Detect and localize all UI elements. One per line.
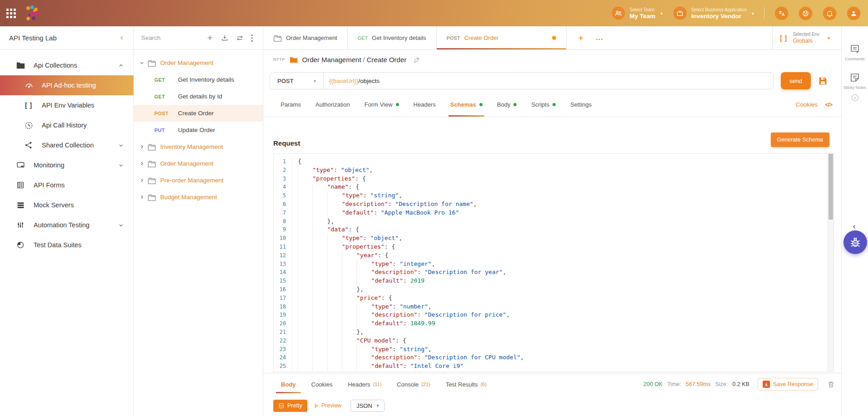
sidebar-item-shared-collection[interactable]: Shared Collection <box>0 135 133 155</box>
reqtab-params[interactable]: Params <box>273 93 308 117</box>
code-line[interactable]: 9 "data": { <box>274 225 828 234</box>
code-line[interactable]: 2 "type": "object", <box>274 166 828 175</box>
save-request-icon[interactable] <box>818 76 828 86</box>
sidebar-item-test-data-suites[interactable]: Test Data Suites <box>0 235 133 255</box>
reqtab-schemas[interactable]: Schemas <box>443 93 490 117</box>
sidebar-item-api-call-history[interactable]: Api Call History <box>0 115 133 135</box>
sticky-notes-button[interactable]: Sticky Notes <box>843 72 866 90</box>
bug-report-button[interactable] <box>843 230 867 254</box>
code-line[interactable]: 25 "default": "Intel Core i9" <box>274 362 828 371</box>
url-input[interactable]: {{baseUrl}}/objects <box>324 78 385 84</box>
tree-folder-pre-order-management[interactable]: Pre-order Management <box>134 172 263 189</box>
code-line[interactable]: 19 "description": "Description for price… <box>274 311 828 319</box>
code-line[interactable]: 3 "properties": { <box>274 175 828 183</box>
user-avatar-icon[interactable] <box>847 6 861 20</box>
code-line[interactable]: 16 }, <box>274 285 828 294</box>
rail-expand-icon[interactable] <box>852 94 858 101</box>
response-tab-headers[interactable]: Headers(11) <box>340 373 389 395</box>
sidebar-item-api-env-variables[interactable]: [ ]API Env Variables <box>0 95 133 115</box>
reqtab-form-view[interactable]: Form View <box>357 93 406 117</box>
code-line[interactable]: 20 "default": 1849.99 <box>274 319 828 328</box>
response-tab-cookies[interactable]: Cookies <box>304 373 340 395</box>
code-line[interactable]: 21 }, <box>274 328 828 337</box>
sidebar-item-api-collections[interactable]: Api Collections <box>0 55 133 75</box>
format-dropdown[interactable]: JSON ▾ <box>350 400 385 412</box>
response-tab-test-results[interactable]: Test Results(6) <box>438 373 494 395</box>
code-line[interactable]: 14 "description": "Description for year"… <box>274 268 828 277</box>
code-line[interactable]: 23 "type": "string", <box>274 345 828 354</box>
schema-editor[interactable]: 1{2 "type": "object",3 "properties": {4 … <box>273 153 834 372</box>
reqtab-authorization[interactable]: Authorization <box>308 93 357 117</box>
business-app-selector[interactable]: Select Business Application Inventory Ve… <box>673 6 754 20</box>
notifications-bell-icon[interactable] <box>823 6 837 20</box>
response-tab-body[interactable]: Body <box>273 373 304 395</box>
code-line[interactable]: 17 "price": { <box>274 294 828 303</box>
reqtab-headers[interactable]: Headers <box>406 93 443 117</box>
reqtab-settings[interactable]: Settings <box>563 93 599 117</box>
comments-button[interactable]: Comments <box>845 44 865 61</box>
trash-icon[interactable] <box>827 381 835 388</box>
save-response-button[interactable]: Save Response <box>758 378 818 391</box>
tree-folder-order-management[interactable]: Order Management <box>134 155 263 172</box>
tree-request-get-inventory-details[interactable]: GETGet Inventory details <box>134 71 263 88</box>
sidebar-item-automation-testing[interactable]: Automation Testing <box>0 215 133 235</box>
new-tab-icon[interactable]: + <box>578 33 584 43</box>
tab-overflow-icon[interactable]: … <box>596 36 604 39</box>
code-line[interactable]: 4 "name": { <box>274 183 828 191</box>
preview-button[interactable]: Preview <box>314 402 341 409</box>
pretty-button[interactable]: Pretty <box>273 400 307 412</box>
response-tab-console[interactable]: Console(21) <box>389 373 438 395</box>
send-button[interactable]: send <box>781 72 811 89</box>
sidebar-collapse-icon[interactable] <box>119 35 124 40</box>
code-line[interactable]: 12 "year": { <box>274 251 828 260</box>
theme-icon[interactable] <box>799 6 813 20</box>
editor-scrollbar[interactable] <box>828 154 833 372</box>
code-line[interactable]: 13 "type": "integer", <box>274 260 828 269</box>
sidebar-item-label: API Ad-hoc testing <box>42 82 96 89</box>
app-launcher-icon[interactable] <box>6 9 16 18</box>
code-snippet-icon[interactable]: </> <box>825 101 832 108</box>
tab-get-inventory-details[interactable]: GETGet Inventory details <box>348 26 437 49</box>
cookies-link[interactable]: Cookies <box>795 101 818 108</box>
code-line[interactable]: 22 "CPU model": { <box>274 337 828 345</box>
code-line[interactable]: 24 "description": "Description for CPU m… <box>274 353 828 362</box>
breadcrumb-parent[interactable]: Order Management <box>302 56 361 64</box>
sidebar-item-api-forms[interactable]: API Forms <box>0 175 133 195</box>
reqtab-body[interactable]: Body <box>490 93 524 117</box>
sidebar-item-api-ad-hoc-testing[interactable]: API Ad-hoc testing <box>0 75 133 95</box>
filter-icon[interactable] <box>236 34 243 42</box>
code-line[interactable]: 11 "properties": { <box>274 243 828 251</box>
reqtab-scripts[interactable]: Scripts <box>524 93 563 117</box>
code-lines[interactable]: 1{2 "type": "object",3 "properties": {4 … <box>274 154 828 372</box>
language-icon[interactable] <box>774 6 789 20</box>
edit-name-icon[interactable] <box>414 56 420 63</box>
tree-request-get-details-by-id[interactable]: GETGet details by Id <box>134 88 263 105</box>
code-line[interactable]: 1{ <box>274 157 828 166</box>
more-vertical-icon[interactable] <box>251 34 253 42</box>
editor-scrollbar-thumb[interactable] <box>829 154 833 220</box>
add-icon[interactable] <box>207 34 213 41</box>
code-line[interactable]: 10 "type": "object", <box>274 234 828 243</box>
tree-folder-inventory-management[interactable]: Inventory Management <box>134 138 263 155</box>
environment-selector[interactable]: [ ] Selected Env Globals ▾ <box>772 26 841 49</box>
import-icon[interactable] <box>221 34 228 42</box>
tree-request-update-order[interactable]: PUTUpdate Order <box>134 122 263 138</box>
tab-create-order[interactable]: POSTCreate Order <box>437 26 567 49</box>
code-line[interactable]: 18 "type": "number", <box>274 303 828 311</box>
team-selector[interactable]: Select Team My Team ▾ <box>611 6 663 20</box>
tree-folder-budget-management[interactable]: Budget Management <box>134 189 263 206</box>
code-line[interactable]: 5 "type": "string", <box>274 191 828 200</box>
code-line[interactable]: 7 "default": "Apple MacBook Pro 16" <box>274 209 828 217</box>
tree-folder-order-management[interactable]: Order Management <box>134 54 263 71</box>
code-line[interactable]: 6 "description": "Description for name", <box>274 200 828 209</box>
method-dropdown[interactable]: POST ▾ <box>270 73 324 89</box>
assistant-collapse-icon[interactable] <box>852 224 857 230</box>
generate-schema-button[interactable]: Generate Schema <box>771 132 829 147</box>
code-line[interactable]: 15 "default": 2019 <box>274 277 828 285</box>
sidebar-item-mock-servers[interactable]: Mock Servers <box>0 195 133 215</box>
search-input[interactable] <box>141 34 199 41</box>
tree-request-create-order[interactable]: POSTCreate Order <box>134 105 263 122</box>
sidebar-item-monitoring[interactable]: Monitoring <box>0 155 133 175</box>
tab-order-management[interactable]: Order Management <box>263 26 348 49</box>
code-line[interactable]: 8 }, <box>274 217 828 226</box>
